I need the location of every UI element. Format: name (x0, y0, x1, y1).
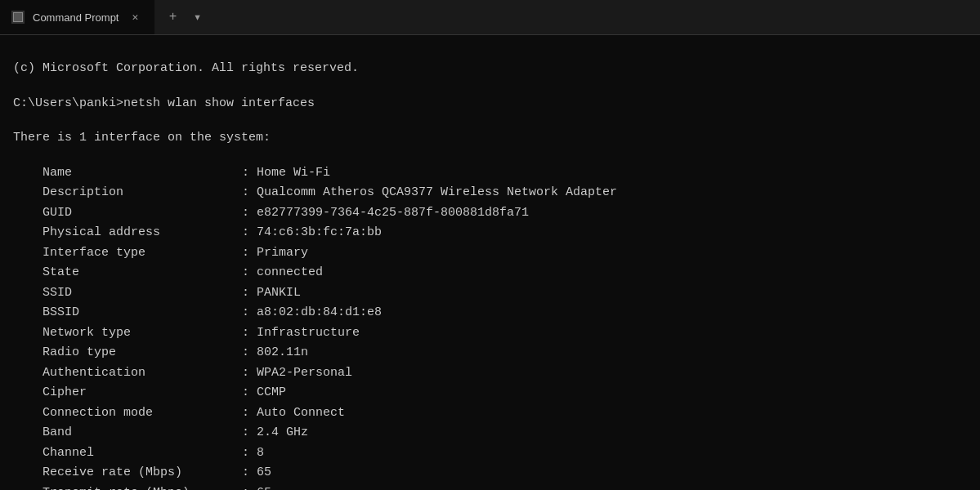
table-row: Description: Qualcomm Atheros QCA9377 Wi… (13, 184, 967, 203)
row-label: Channel (13, 444, 242, 463)
row-value: : e82777399-7364-4c25-887f-800881d8fa71 (242, 206, 529, 220)
row-label: Interface type (13, 244, 242, 263)
table-row: Name: Home Wi-Fi (13, 164, 967, 183)
tab-close-button[interactable]: ✕ (127, 9, 143, 25)
spacer-2 (13, 80, 967, 95)
row-label: Radio type (13, 344, 242, 363)
row-value: : a8:02:db:84:d1:e8 (242, 305, 382, 319)
row-value: : Infrastructure (242, 326, 360, 340)
row-value: : CCMP (242, 385, 286, 399)
row-label: Network type (13, 324, 242, 343)
table-row: Band: 2.4 GHz (13, 424, 967, 443)
row-value: : Home Wi-Fi (242, 166, 330, 180)
tab-controls: + ▾ (154, 0, 215, 34)
row-value: : 74:c6:3b:fc:7a:bb (242, 225, 382, 239)
table-row: Authentication: WPA2-Personal (13, 364, 967, 383)
row-value: : 65 (242, 466, 271, 479)
row-label: Authentication (13, 364, 242, 383)
row-label: SSID (13, 284, 242, 303)
row-label: Transmit rate (Mbps) (13, 484, 242, 491)
row-label: Physical address (13, 224, 242, 243)
row-label: State (13, 264, 242, 283)
dropdown-button[interactable]: ▾ (186, 6, 208, 29)
command-line: C:\Users\panki>netsh wlan show interface… (13, 95, 967, 114)
spacer-1 (13, 45, 967, 60)
table-row: Cipher: CCMP (13, 384, 967, 403)
row-value: : Primary (242, 246, 308, 260)
row-label: Description (13, 184, 242, 203)
table-row: Transmit rate (Mbps): 65 (13, 484, 967, 491)
table-row: Interface type: Primary (13, 244, 967, 263)
row-value: : Auto Connect (242, 406, 345, 420)
interface-data: Name: Home Wi-Fi Description: Qualcomm A… (13, 164, 967, 491)
row-value: : WPA2-Personal (242, 366, 352, 380)
table-row: BSSID: a8:02:db:84:d1:e8 (13, 304, 967, 323)
copyright-line: (c) Microsoft Corporation. All rights re… (13, 60, 967, 78)
row-label: Connection mode (13, 404, 242, 423)
table-row: Radio type: 802.11n (13, 344, 967, 363)
row-value: : 65 (242, 486, 271, 491)
table-row: SSID: PANKIL (13, 284, 967, 303)
terminal-body: (c) Microsoft Corporation. All rights re… (0, 35, 980, 490)
intro-line: There is 1 interface on the system: (13, 129, 967, 148)
row-value: : PANKIL (242, 286, 301, 300)
spacer-4 (13, 149, 967, 164)
table-row: GUID: e82777399-7364-4c25-887f-800881d8f… (13, 204, 967, 223)
table-row: Physical address: 74:c6:3b:fc:7a:bb (13, 224, 967, 243)
table-row: Connection mode: Auto Connect (13, 404, 967, 423)
row-value: : connected (242, 265, 323, 279)
row-label: GUID (13, 204, 242, 223)
new-tab-button[interactable]: + (161, 6, 184, 29)
row-value: : 802.11n (242, 345, 308, 359)
row-label: Cipher (13, 384, 242, 403)
spacer-3 (13, 114, 967, 129)
row-label: Receive rate (Mbps) (13, 464, 242, 483)
title-bar: Command Prompt ✕ + ▾ (0, 0, 980, 35)
table-row: Receive rate (Mbps): 65 (13, 464, 967, 483)
row-value: : Qualcomm Atheros QCA9377 Wireless Netw… (242, 185, 617, 199)
row-label: BSSID (13, 304, 242, 323)
tab-title: Command Prompt (33, 11, 119, 24)
terminal-icon (11, 11, 25, 24)
window: Command Prompt ✕ + ▾ (c) Microsoft Corpo… (0, 0, 980, 490)
table-row: Network type: Infrastructure (13, 324, 967, 343)
active-tab[interactable]: Command Prompt ✕ (0, 0, 154, 34)
row-label: Band (13, 424, 242, 443)
row-value: : 2.4 GHz (242, 425, 308, 439)
table-row: State: connected (13, 264, 967, 283)
row-value: : 8 (242, 446, 264, 460)
row-label: Name (13, 164, 242, 183)
table-row: Channel: 8 (13, 444, 967, 463)
